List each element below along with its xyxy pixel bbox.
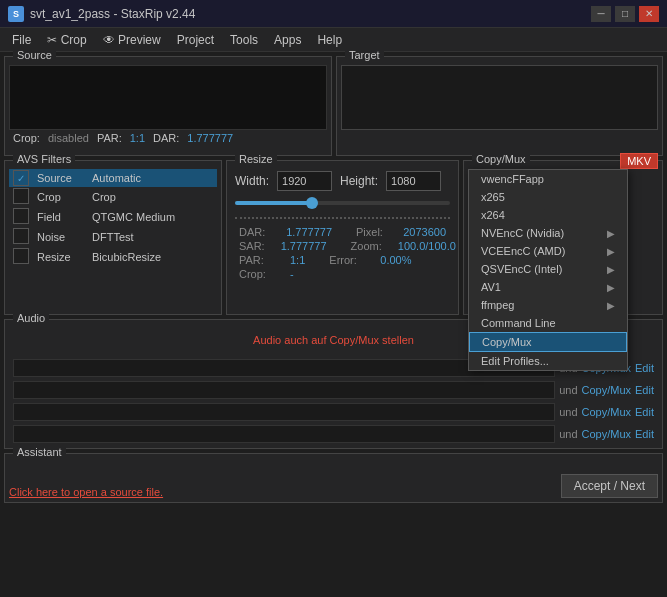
dropdown-item-label: VCEEncC (AMD) [481,245,565,257]
menubar: File ✂ Crop 👁 Preview Project Tools Apps… [0,28,667,52]
audio-edit-link[interactable]: Edit [635,384,654,396]
minimize-button[interactable]: ─ [591,6,611,22]
audio-track-area[interactable] [13,403,555,421]
menu-help[interactable]: Help [309,29,350,51]
audio-row: und Copy/Mux Edit [9,424,658,444]
avs-value: QTGMC Medium [88,207,217,227]
dar-value: 1.777777 [187,132,233,144]
pixel-value: 2073600 [403,226,446,238]
dar-info-label: DAR: [239,226,270,238]
avs-checkbox[interactable] [13,208,29,224]
audio-edit-link[interactable]: Edit [635,362,654,374]
checkmark-icon: ✓ [17,173,25,184]
submenu-arrow-icon: ▶ [607,246,615,257]
avs-checkbox-cell[interactable] [9,227,33,247]
dropdown-item-label: x265 [481,191,505,203]
zoom-value: 100.0/100.0 [398,240,456,252]
avs-checkbox-cell[interactable]: ✓ [9,169,33,187]
avs-row[interactable]: ✓ Source Automatic [9,169,217,187]
audio-label: Audio [13,312,49,324]
height-label: Height: [340,174,378,188]
dropdown-item[interactable]: Edit Profiles... [469,352,627,370]
menu-crop[interactable]: ✂ Crop [39,29,94,51]
menu-preview[interactable]: 👁 Preview [95,29,169,51]
avs-row[interactable]: Resize BicubicResize [9,247,217,267]
dropdown-item-label: x264 [481,209,505,221]
source-info: Crop: disabled PAR: 1:1 DAR: 1.777777 [9,130,327,146]
avs-resize-copymux-row: AVS Filters ✓ Source Automatic Crop Crop… [4,160,663,315]
avs-name: Resize [33,247,88,267]
dropdown-item[interactable]: vwencFFapp [469,170,627,188]
audio-edit-link[interactable]: Edit [635,406,654,418]
dropdown-item-label: QSVEncC (Intel) [481,263,562,275]
slider-thumb[interactable] [306,197,318,209]
assistant-message[interactable]: Click here to open a source file. [9,486,163,498]
copymux-section: Copy/Mux MKV vwencFFappx265x264NVEncC (N… [463,160,663,315]
source-label: Source [13,49,56,61]
audio-und: und [559,406,577,418]
width-input[interactable] [277,171,332,191]
source-target-row: Source Crop: disabled PAR: 1:1 DAR: 1.77… [4,56,663,156]
height-input[interactable] [386,171,441,191]
avs-section: AVS Filters ✓ Source Automatic Crop Crop… [4,160,222,315]
avs-checkbox[interactable]: ✓ [13,170,29,186]
audio-track-area[interactable] [13,381,555,399]
audio-track-area[interactable] [13,425,555,443]
dar-info-value: 1.777777 [286,226,332,238]
avs-checkbox-cell[interactable] [9,187,33,207]
menu-apps[interactable]: Apps [266,29,309,51]
dropdown-item[interactable]: ffmpeg▶ [469,296,627,314]
audio-copymux-link[interactable]: Copy/Mux [582,384,632,396]
audio-copymux-link[interactable]: Copy/Mux [582,406,632,418]
avs-checkbox[interactable] [13,248,29,264]
dropdown-item[interactable]: Command Line [469,314,627,332]
submenu-arrow-icon: ▶ [607,228,615,239]
accept-button[interactable]: Accept / Next [561,474,658,498]
source-section: Source Crop: disabled PAR: 1:1 DAR: 1.77… [4,56,332,156]
avs-value: BicubicResize [88,247,217,267]
avs-checkbox-cell[interactable] [9,247,33,267]
source-video-area [9,65,327,130]
avs-value: Automatic [88,169,217,187]
avs-row[interactable]: Noise DFTTest [9,227,217,247]
avs-value: DFTTest [88,227,217,247]
main-content: Source Crop: disabled PAR: 1:1 DAR: 1.77… [0,52,667,597]
dropdown-item[interactable]: VCEEncC (AMD)▶ [469,242,627,260]
sar-info-value: 1.777777 [281,240,327,252]
assistant-section: Assistant Click here to open a source fi… [4,453,663,503]
menu-file[interactable]: File [4,29,39,51]
sar-info-label: SAR: [239,240,265,252]
error-label: Error: [329,254,364,266]
avs-row[interactable]: Field QTGMC Medium [9,207,217,227]
dropdown-item[interactable]: QSVEncC (Intel)▶ [469,260,627,278]
audio-copymux-link[interactable]: Copy/Mux [582,428,632,440]
audio-row: und Copy/Mux Edit [9,402,658,422]
dropdown-item[interactable]: NVEncC (Nvidia)▶ [469,224,627,242]
dropdown-item[interactable]: x264 [469,206,627,224]
width-label: Width: [235,174,269,188]
dropdown-item[interactable]: Copy/Mux [469,332,627,352]
dropdown-item[interactable]: AV1▶ [469,278,627,296]
crop-info-value: - [290,268,294,280]
submenu-arrow-icon: ▶ [607,264,615,275]
maximize-button[interactable]: □ [615,6,635,22]
crop-info-label: Crop: [239,268,274,280]
avs-checkbox[interactable] [13,228,29,244]
menu-project[interactable]: Project [169,29,222,51]
dar-label: DAR: [153,132,179,144]
avs-row[interactable]: Crop Crop [9,187,217,207]
dropdown-item[interactable]: x265 [469,188,627,206]
pixel-label: Pixel: [356,226,387,238]
avs-name: Crop [33,187,88,207]
avs-checkbox[interactable] [13,188,29,204]
dropdown-item-label: AV1 [481,281,501,293]
avs-checkbox-cell[interactable] [9,207,33,227]
audio-edit-link[interactable]: Edit [635,428,654,440]
error-value: 0.00% [380,254,411,266]
close-button[interactable]: ✕ [639,6,659,22]
resize-slider-track[interactable] [235,201,450,205]
dotted-separator [235,217,450,219]
target-input[interactable] [341,65,658,130]
mkv-button[interactable]: MKV [620,153,658,169]
menu-tools[interactable]: Tools [222,29,266,51]
